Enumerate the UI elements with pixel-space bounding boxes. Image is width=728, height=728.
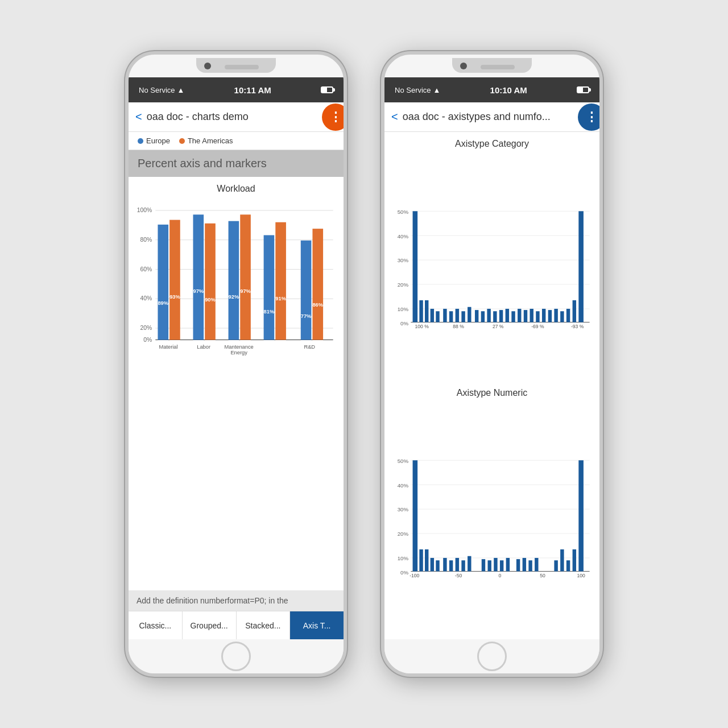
svg-text:R&D: R&D — [304, 344, 315, 350]
svg-text:50: 50 — [540, 573, 545, 578]
svg-rect-69 — [511, 311, 515, 322]
svg-text:97%: 97% — [193, 288, 204, 294]
battery-right — [577, 86, 589, 93]
svg-rect-54 — [419, 300, 423, 322]
carrier-left: No Service ▲ — [139, 86, 184, 94]
svg-text:-100: -100 — [410, 573, 419, 578]
svg-text:77%: 77% — [301, 313, 312, 319]
svg-text:91%: 91% — [275, 296, 286, 301]
category-chart-title: Axistype Category — [391, 139, 593, 149]
dot-americas — [179, 138, 185, 144]
svg-rect-115 — [528, 560, 532, 571]
back-button-left[interactable]: < — [135, 110, 142, 123]
category-chart-svg: 50% 40% 30% 20% 10% 0% — [391, 151, 593, 383]
speaker — [225, 65, 259, 69]
nav-title-left: oaa doc - charts demo — [147, 111, 337, 123]
tab-stacked[interactable]: Stacked... — [237, 611, 291, 639]
svg-text:30%: 30% — [398, 506, 409, 512]
svg-rect-26 — [275, 222, 286, 340]
svg-rect-61 — [461, 311, 465, 322]
svg-text:50%: 50% — [398, 458, 409, 464]
svg-rect-78 — [566, 309, 570, 322]
svg-text:81%: 81% — [264, 309, 275, 315]
svg-text:100 %: 100 % — [415, 324, 429, 329]
svg-text:40%: 40% — [398, 233, 409, 239]
svg-text:10%: 10% — [398, 555, 409, 561]
svg-rect-55 — [425, 300, 428, 322]
note-left: Add the definition numberformat=P0; in t… — [129, 590, 344, 611]
svg-rect-28 — [301, 241, 312, 340]
svg-rect-98 — [413, 460, 418, 571]
svg-rect-57 — [436, 311, 439, 322]
svg-rect-75 — [548, 310, 552, 322]
svg-text:0: 0 — [499, 573, 502, 578]
numeric-chart-svg: 50% 40% 30% 20% 10% 0% — [391, 400, 593, 632]
svg-rect-70 — [518, 309, 521, 322]
legend-strip-left: Europe The Americas — [129, 132, 344, 150]
svg-text:Mantenance: Mantenance — [225, 344, 254, 350]
status-bar-left: No Service ▲ 10:11 AM — [129, 77, 344, 102]
svg-rect-62 — [468, 307, 471, 322]
svg-rect-60 — [456, 309, 459, 322]
axis-numeric-section: Axistype Numeric 50% 40% 30% 20% 10% 0% — [391, 388, 593, 632]
svg-rect-106 — [461, 560, 465, 571]
wifi-icon-left: ▲ — [177, 86, 185, 94]
svg-rect-67 — [499, 310, 503, 322]
svg-rect-73 — [536, 311, 539, 322]
svg-text:100: 100 — [577, 573, 585, 578]
svg-rect-113 — [516, 559, 520, 571]
svg-rect-120 — [573, 549, 576, 572]
svg-text:20%: 20% — [398, 282, 409, 288]
svg-rect-63 — [475, 310, 478, 322]
workload-chart-container: Workload 100% 80% 60% 40% 20% 0% — [129, 177, 344, 590]
svg-rect-22 — [240, 214, 251, 340]
home-button-right[interactable] — [477, 642, 507, 671]
time-left: 10:11 AM — [234, 85, 271, 95]
wifi-icon-right: ▲ — [433, 86, 441, 94]
svg-text:Material: Material — [159, 344, 178, 350]
carrier-right: No Service ▲ — [395, 86, 440, 94]
svg-text:20%: 20% — [140, 325, 152, 331]
workload-chart-title: Workload — [133, 184, 339, 194]
camera-dot — [204, 63, 211, 69]
svg-rect-56 — [431, 309, 434, 322]
nav-bar-right: < oaa doc - axistypes and num⁠fo... ⋮ — [384, 102, 599, 132]
tab-grouped[interactable]: Grouped... — [183, 611, 237, 639]
back-button-right[interactable]: < — [391, 110, 398, 123]
svg-rect-59 — [449, 311, 453, 322]
svg-text:40%: 40% — [140, 295, 152, 301]
svg-text:60%: 60% — [140, 266, 152, 272]
svg-text:86%: 86% — [312, 302, 323, 308]
svg-text:0%: 0% — [143, 337, 152, 343]
battery-icon-right — [577, 86, 589, 93]
tab-classic[interactable]: Classic... — [129, 611, 183, 639]
svg-rect-118 — [560, 549, 564, 572]
fab-right[interactable]: ⋮ — [578, 104, 603, 131]
svg-text:89%: 89% — [158, 300, 168, 306]
camera-dot-right — [460, 63, 467, 69]
phone-right: No Service ▲ 10:10 AM < oaa doc - axisty… — [381, 51, 603, 677]
svg-rect-117 — [554, 560, 557, 571]
svg-rect-112 — [506, 558, 510, 572]
svg-rect-100 — [425, 549, 428, 572]
svg-text:100%: 100% — [137, 207, 152, 213]
svg-rect-66 — [493, 311, 497, 322]
svg-rect-74 — [542, 309, 545, 322]
battery-icon-left — [321, 86, 333, 93]
fab-left[interactable]: ⋮ — [322, 104, 347, 131]
svg-rect-24 — [264, 235, 275, 340]
svg-rect-20 — [229, 221, 239, 340]
svg-text:80%: 80% — [140, 237, 152, 243]
tab-axis[interactable]: Axis T... — [290, 611, 344, 639]
svg-rect-76 — [554, 309, 557, 322]
svg-rect-65 — [487, 309, 490, 322]
dot-europe — [138, 138, 143, 144]
home-button-left[interactable] — [221, 642, 251, 671]
svg-text:92%: 92% — [229, 294, 239, 300]
svg-text:Energy: Energy — [230, 350, 247, 355]
svg-text:88 %: 88 % — [453, 324, 464, 329]
section-header-percent: Percent axis and markers — [129, 150, 344, 177]
nav-bar-left: < oaa doc - charts demo ⋮ — [129, 102, 344, 132]
svg-text:10%: 10% — [398, 306, 409, 312]
svg-text:20%: 20% — [398, 531, 409, 537]
